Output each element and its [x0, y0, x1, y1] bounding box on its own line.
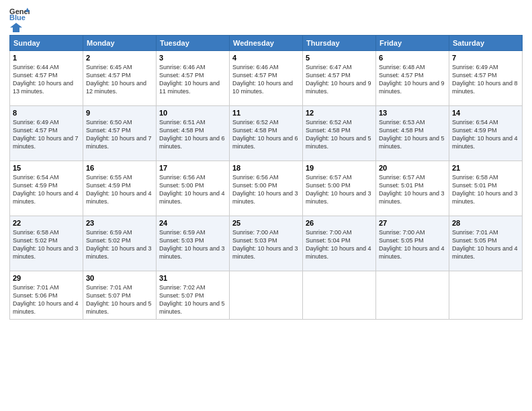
day-number: 3: [159, 54, 226, 62]
day-info: Sunrise: 6:55 AMSunset: 4:59 PMDaylight:…: [86, 174, 152, 205]
calendar-day-cell: 23Sunrise: 6:59 AMSunset: 5:02 PMDayligh…: [83, 216, 157, 271]
day-info: Sunrise: 6:54 AMSunset: 4:59 PMDaylight:…: [452, 119, 518, 150]
day-number: 31: [159, 274, 226, 282]
day-info: Sunrise: 6:51 AMSunset: 4:58 PMDaylight:…: [159, 119, 225, 150]
day-number: 13: [379, 109, 446, 117]
calendar-day-cell: 9Sunrise: 6:50 AMSunset: 4:57 PMDaylight…: [83, 106, 157, 161]
day-info: Sunrise: 6:52 AMSunset: 4:58 PMDaylight:…: [232, 119, 298, 150]
calendar-day-cell: 11Sunrise: 6:52 AMSunset: 4:58 PMDayligh…: [230, 106, 303, 161]
day-info: Sunrise: 6:44 AMSunset: 4:57 PMDaylight:…: [13, 64, 73, 95]
calendar-day-cell: 25Sunrise: 7:00 AMSunset: 5:03 PMDayligh…: [230, 216, 303, 271]
calendar-day-cell: 10Sunrise: 6:51 AMSunset: 4:58 PMDayligh…: [157, 106, 230, 161]
day-info: Sunrise: 6:57 AMSunset: 5:00 PMDaylight:…: [306, 174, 371, 205]
day-info: Sunrise: 6:49 AMSunset: 4:57 PMDaylight:…: [452, 64, 518, 95]
day-info: Sunrise: 7:00 AMSunset: 5:04 PMDaylight:…: [306, 229, 371, 260]
day-info: Sunrise: 6:59 AMSunset: 5:02 PMDaylight:…: [86, 229, 152, 260]
day-number: 7: [452, 54, 519, 62]
day-number: 21: [452, 164, 519, 172]
weekday-header-friday: Friday: [376, 36, 449, 51]
calendar-day-cell: 27Sunrise: 7:00 AMSunset: 5:05 PMDayligh…: [376, 216, 449, 271]
day-number: 17: [159, 164, 226, 172]
calendar-day-cell: 31Sunrise: 7:02 AMSunset: 5:07 PMDayligh…: [157, 271, 230, 320]
calendar-day-cell: 15Sunrise: 6:54 AMSunset: 4:59 PMDayligh…: [10, 161, 83, 216]
day-number: 23: [86, 219, 153, 227]
calendar-day-cell: [303, 271, 376, 320]
calendar-day-cell: [449, 271, 523, 320]
day-info: Sunrise: 6:52 AMSunset: 4:58 PMDaylight:…: [306, 119, 371, 150]
day-number: 16: [86, 164, 153, 172]
calendar-day-cell: 1Sunrise: 6:44 AMSunset: 4:57 PMDaylight…: [10, 51, 83, 106]
day-number: 18: [232, 164, 300, 172]
day-number: 9: [86, 109, 153, 117]
day-info: Sunrise: 6:56 AMSunset: 5:00 PMDaylight:…: [232, 174, 298, 205]
calendar-day-cell: 30Sunrise: 7:01 AMSunset: 5:07 PMDayligh…: [83, 271, 157, 320]
logo-bird-icon: [10, 21, 22, 34]
day-number: 20: [379, 164, 446, 172]
calendar-day-cell: 14Sunrise: 6:54 AMSunset: 4:59 PMDayligh…: [449, 106, 523, 161]
calendar-day-cell: 26Sunrise: 7:00 AMSunset: 5:04 PMDayligh…: [303, 216, 376, 271]
weekday-header-wednesday: Wednesday: [230, 36, 303, 51]
calendar-table: SundayMondayTuesdayWednesdayThursdayFrid…: [9, 35, 523, 320]
calendar-day-cell: 17Sunrise: 6:56 AMSunset: 5:00 PMDayligh…: [157, 161, 230, 216]
calendar-day-cell: 29Sunrise: 7:01 AMSunset: 5:06 PMDayligh…: [10, 271, 83, 320]
calendar-week-row: 8Sunrise: 6:49 AMSunset: 4:57 PMDaylight…: [10, 106, 523, 161]
day-info: Sunrise: 6:48 AMSunset: 4:57 PMDaylight:…: [379, 64, 445, 95]
calendar-day-cell: 7Sunrise: 6:49 AMSunset: 4:57 PMDaylight…: [449, 51, 523, 106]
day-number: 22: [13, 219, 80, 227]
calendar-day-cell: [376, 271, 449, 320]
calendar-week-row: 29Sunrise: 7:01 AMSunset: 5:06 PMDayligh…: [10, 271, 523, 320]
calendar-day-cell: 6Sunrise: 6:48 AMSunset: 4:57 PMDaylight…: [376, 51, 449, 106]
calendar-day-cell: 12Sunrise: 6:52 AMSunset: 4:58 PMDayligh…: [303, 106, 376, 161]
calendar-day-cell: 28Sunrise: 7:01 AMSunset: 5:05 PMDayligh…: [449, 216, 523, 271]
day-number: 4: [232, 54, 300, 62]
day-info: Sunrise: 6:54 AMSunset: 4:59 PMDaylight:…: [13, 174, 79, 205]
day-number: 6: [379, 54, 446, 62]
day-number: 11: [232, 109, 300, 117]
weekday-header-thursday: Thursday: [303, 36, 376, 51]
calendar-day-cell: 3Sunrise: 6:46 AMSunset: 4:57 PMDaylight…: [157, 51, 230, 106]
day-info: Sunrise: 7:01 AMSunset: 5:05 PMDaylight:…: [452, 229, 518, 260]
calendar-day-cell: 22Sunrise: 6:58 AMSunset: 5:02 PMDayligh…: [10, 216, 83, 271]
day-number: 8: [13, 109, 80, 117]
day-number: 14: [452, 109, 519, 117]
calendar-day-cell: 16Sunrise: 6:55 AMSunset: 4:59 PMDayligh…: [83, 161, 157, 216]
day-number: 24: [159, 219, 226, 227]
day-number: 28: [452, 219, 519, 227]
logo-icon: General Blue: [9, 7, 30, 21]
main-container: General Blue SundayMondayTuesdayWednesda…: [0, 0, 532, 326]
day-number: 1: [13, 54, 80, 62]
weekday-header-monday: Monday: [83, 36, 157, 51]
day-number: 26: [306, 219, 373, 227]
day-number: 15: [13, 164, 80, 172]
calendar-week-row: 1Sunrise: 6:44 AMSunset: 4:57 PMDaylight…: [10, 51, 523, 106]
header: General Blue: [9, 7, 523, 31]
calendar-day-cell: 19Sunrise: 6:57 AMSunset: 5:00 PMDayligh…: [303, 161, 376, 216]
day-info: Sunrise: 6:56 AMSunset: 5:00 PMDaylight:…: [159, 174, 225, 205]
calendar-day-cell: 5Sunrise: 6:47 AMSunset: 4:57 PMDaylight…: [303, 51, 376, 106]
day-info: Sunrise: 6:49 AMSunset: 4:57 PMDaylight:…: [13, 119, 79, 150]
day-number: 30: [86, 274, 153, 282]
day-info: Sunrise: 7:02 AMSunset: 5:07 PMDaylight:…: [159, 284, 225, 315]
day-info: Sunrise: 7:01 AMSunset: 5:06 PMDaylight:…: [13, 284, 79, 315]
calendar-day-cell: 8Sunrise: 6:49 AMSunset: 4:57 PMDaylight…: [10, 106, 83, 161]
day-number: 2: [86, 54, 153, 62]
svg-text:Blue: Blue: [9, 13, 26, 21]
day-info: Sunrise: 6:50 AMSunset: 4:57 PMDaylight:…: [86, 119, 152, 150]
day-info: Sunrise: 6:59 AMSunset: 5:03 PMDaylight:…: [159, 229, 225, 260]
calendar-week-row: 22Sunrise: 6:58 AMSunset: 5:02 PMDayligh…: [10, 216, 523, 271]
weekday-header-tuesday: Tuesday: [157, 36, 230, 51]
day-number: 19: [306, 164, 373, 172]
calendar-day-cell: 21Sunrise: 6:58 AMSunset: 5:01 PMDayligh…: [449, 161, 523, 216]
calendar-day-cell: 20Sunrise: 6:57 AMSunset: 5:01 PMDayligh…: [376, 161, 449, 216]
weekday-header-saturday: Saturday: [449, 36, 523, 51]
day-info: Sunrise: 6:57 AMSunset: 5:01 PMDaylight:…: [379, 174, 445, 205]
calendar-day-cell: 24Sunrise: 6:59 AMSunset: 5:03 PMDayligh…: [157, 216, 230, 271]
weekday-header-row: SundayMondayTuesdayWednesdayThursdayFrid…: [10, 36, 523, 51]
calendar-week-row: 15Sunrise: 6:54 AMSunset: 4:59 PMDayligh…: [10, 161, 523, 216]
weekday-header-sunday: Sunday: [10, 36, 83, 51]
day-number: 29: [13, 274, 80, 282]
day-number: 25: [232, 219, 300, 227]
calendar-day-cell: 4Sunrise: 6:46 AMSunset: 4:57 PMDaylight…: [230, 51, 303, 106]
day-number: 10: [159, 109, 226, 117]
day-info: Sunrise: 7:00 AMSunset: 5:05 PMDaylight:…: [379, 229, 445, 260]
